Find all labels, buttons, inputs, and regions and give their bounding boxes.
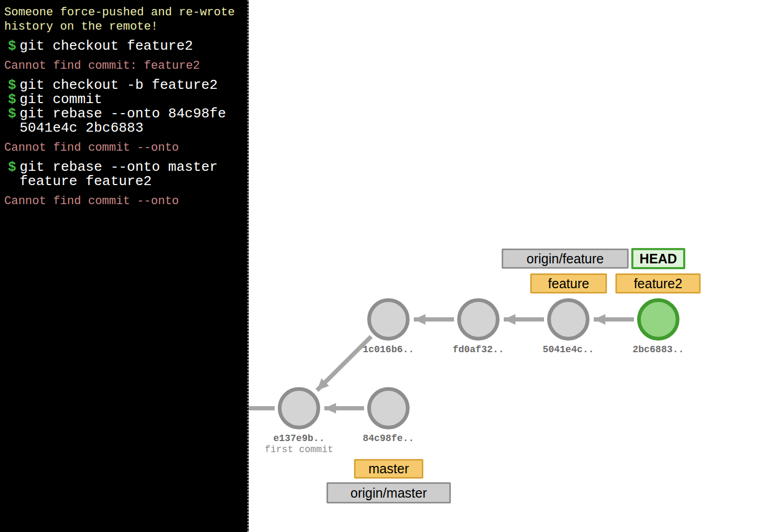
terminal-error-line: Cannot find commit --onto	[4, 194, 244, 208]
terminal-command-line: $git checkout feature2	[4, 39, 244, 53]
command-text: git rebase --onto master feature feature…	[20, 159, 217, 189]
terminal-command-line: $git rebase --onto 84c98fe 5041e4c 2bc68…	[4, 107, 244, 135]
terminal-error-line: Cannot find commit --onto	[4, 141, 244, 155]
terminal-command-line: $git checkout -b feature2	[4, 78, 244, 93]
commit-node-fd0af32	[459, 300, 498, 339]
terminal-panel[interactable]: Someone force-pushed and re-wrote histor…	[0, 0, 249, 532]
commit-node-e137e9b	[280, 389, 319, 428]
command-text: git checkout feature2	[20, 38, 193, 54]
terminal-command-line: $git commit	[4, 93, 244, 107]
ref-box-origin-master: origin/master	[326, 482, 451, 503]
commit-hash-label: e137e9b..	[273, 433, 324, 444]
prompt-symbol: $	[8, 93, 16, 107]
prompt-symbol: $	[8, 160, 16, 175]
ref-box-origin-feature: origin/feature	[502, 249, 629, 269]
terminal-command-line: $git rebase --onto master feature featur…	[4, 160, 244, 189]
ref-box-master: master	[354, 459, 423, 479]
ref-box-head: HEAD	[631, 248, 685, 269]
commit-node-5041e4c	[549, 300, 588, 339]
prompt-symbol: $	[8, 107, 16, 121]
ref-box-feature2: feature2	[615, 273, 701, 293]
prompt-symbol: $	[8, 78, 16, 93]
prompt-symbol: $	[8, 39, 16, 53]
command-text: git rebase --onto 84c98fe 5041e4c 2bc688…	[20, 106, 226, 136]
commit-hash-label: fd0af32..	[452, 344, 504, 355]
commit-node-2bc6883	[639, 300, 678, 339]
git-learning-app: Someone force-pushed and re-wrote histor…	[0, 0, 762, 532]
terminal-error-line: Cannot find commit: feature2	[4, 59, 244, 73]
ref-box-feature: feature	[530, 273, 607, 293]
commit-node-84c98fe	[369, 389, 408, 428]
terminal-message-line: Someone force-pushed and re-wrote histor…	[4, 5, 244, 34]
command-text: git checkout -b feature2	[20, 77, 217, 93]
commit-message-label: first commit	[265, 444, 333, 455]
commit-node-1c016b6	[369, 300, 408, 339]
command-text: git commit	[20, 91, 102, 107]
commit-graph-canvas: 1c016b6..fd0af32..5041e4c..2bc6883..e137…	[249, 0, 762, 532]
commit-hash-label: 84c98fe..	[362, 433, 414, 444]
commit-hash-label: 2bc6883..	[632, 344, 684, 355]
commit-hash-label: 1c016b6..	[362, 344, 414, 355]
commit-hash-label: 5041e4c..	[542, 344, 594, 355]
